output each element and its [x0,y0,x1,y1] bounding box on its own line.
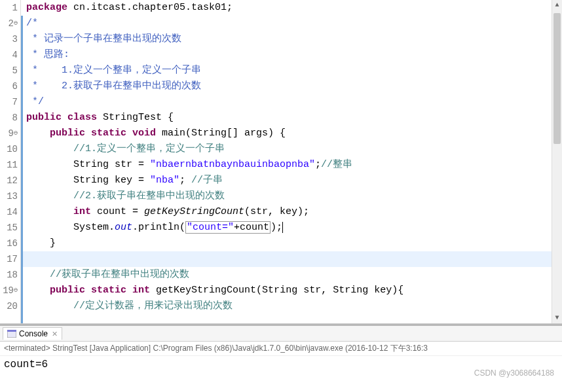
line-gutter: 1 2⊖ 3 4 5 6 7 8 9⊖ 10 11 12 13 14 15 16… [0,0,21,323]
line-number[interactable]: 18 [0,267,18,283]
line-number[interactable]: 2⊖ [0,16,18,31]
code-line[interactable]: //2.获取子串在整串中出现的次数 [21,188,562,204]
code-line-highlighted[interactable] [21,251,562,267]
code-line[interactable]: String key = "nba"; //子串 [21,173,562,188]
console-tab-label: Console [19,329,48,338]
line-number[interactable]: 1 [0,0,18,16]
code-line[interactable]: /* [21,16,562,31]
scroll-up-icon[interactable]: ▲ [552,0,562,10]
code-line[interactable]: System.out.println("count="+count); [21,220,562,236]
console-tab[interactable]: Console ✕ [3,327,62,340]
scrollbar-thumb[interactable] [553,13,561,144]
code-line[interactable]: * 1.定义一个整串，定义一个子串 [21,63,562,79]
console-panel: Console ✕ <terminated> StringTest [Java … [0,324,562,373]
line-number[interactable]: 5 [0,63,18,79]
fold-toggle-icon[interactable]: ⊖ [14,287,18,294]
line-number[interactable]: 14 [0,204,18,220]
code-line[interactable]: } [21,236,562,251]
code-line[interactable]: public static void main(String[] args) { [21,126,562,141]
scroll-down-icon[interactable]: ▼ [552,313,562,323]
line-number[interactable]: 19⊖ [0,283,18,298]
code-line[interactable]: //定义计数器，用来记录出现的次数 [21,298,562,314]
vertical-scrollbar[interactable]: ▲ ▼ [552,0,562,323]
fold-toggle-icon[interactable]: ⊖ [14,20,18,27]
line-number[interactable]: 20 [0,298,18,314]
code-line[interactable]: * 记录一个子串在整串出现的次数 [21,31,562,47]
code-line[interactable]: package cn.itcast.chapter05.task01; [21,0,562,16]
line-number[interactable]: 17 [0,251,18,267]
svg-rect-1 [7,330,16,332]
console-tab-bar: Console ✕ [0,326,562,342]
line-number[interactable]: 11 [0,157,18,173]
line-number[interactable]: 16 [0,236,18,251]
console-icon [7,330,16,338]
line-number[interactable]: 7 [0,94,18,110]
code-line[interactable]: String str = "nbaernbatnbaynbauinbaopnba… [21,157,562,173]
code-line[interactable]: int count = getKeyStringCount(str, key); [21,204,562,220]
code-content[interactable]: package cn.itcast.chapter05.task01; /* *… [21,0,562,323]
close-icon[interactable]: ✕ [52,330,58,338]
watermark: CSDN @y3068664188 [474,368,554,378]
console-status: <terminated> StringTest [Java Applicatio… [0,342,562,356]
line-number[interactable]: 9⊖ [0,126,18,141]
code-line[interactable]: //获取子串在整串中出现的次数 [21,267,562,283]
line-number[interactable]: 13 [0,188,18,204]
line-number[interactable]: 15 [0,220,18,236]
fold-toggle-icon[interactable]: ⊖ [14,130,18,137]
line-number[interactable]: 6 [0,79,18,94]
code-line[interactable]: * 思路: [21,47,562,63]
change-marker [21,16,23,323]
line-number[interactable]: 10 [0,141,18,157]
editor-area: 1 2⊖ 3 4 5 6 7 8 9⊖ 10 11 12 13 14 15 16… [0,0,562,324]
line-number[interactable]: 3 [0,31,18,47]
code-line[interactable]: public class StringTest { [21,110,562,126]
code-line[interactable]: //1.定义一个整串，定义一个子串 [21,141,562,157]
line-number[interactable]: 8 [0,110,18,126]
code-line[interactable]: */ [21,94,562,110]
code-line[interactable]: public static int getKeyStringCount(Stri… [21,283,562,298]
line-number[interactable]: 4 [0,47,18,63]
code-line[interactable]: * 2.获取子串在整串中出现的次数 [21,79,562,94]
text-cursor [282,222,283,233]
line-number[interactable]: 12 [0,173,18,188]
